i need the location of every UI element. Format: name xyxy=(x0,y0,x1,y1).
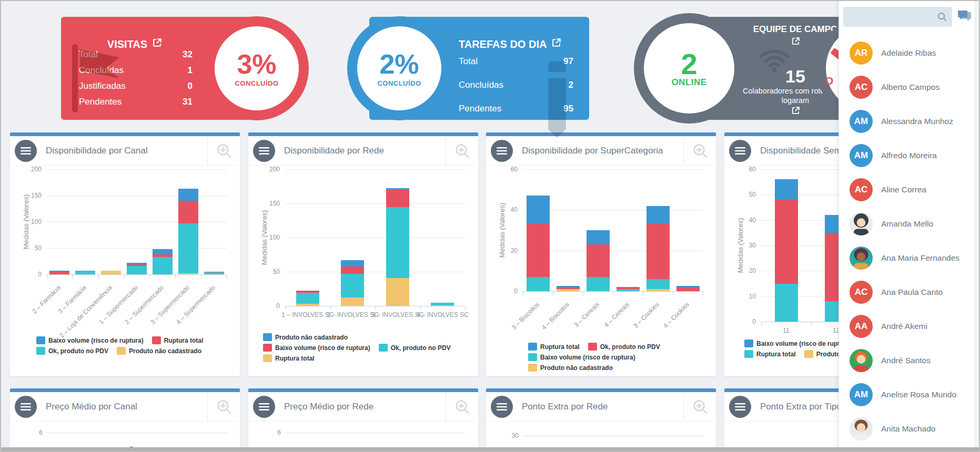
legend-label: Produto não cadastrado xyxy=(275,334,348,341)
chart-zoom-button[interactable] xyxy=(683,136,716,165)
chart-menu-button hamburger-icon[interactable] xyxy=(253,140,275,162)
chart-zoom-button[interactable] xyxy=(207,392,240,421)
chart-zoom-button[interactable] xyxy=(446,392,478,421)
chart-menu-button hamburger-icon[interactable] xyxy=(729,396,751,418)
contact-row[interactable]: AAAndré Akemi xyxy=(839,309,975,343)
search-icon[interactable] xyxy=(936,11,948,25)
equipe-link-bottom[interactable] xyxy=(743,106,848,117)
contact-row[interactable]: Anita Machado xyxy=(839,412,975,446)
chat-icon[interactable] xyxy=(957,11,972,23)
chart-zoom-button[interactable] xyxy=(446,136,478,165)
tarefas-percent-caption: CONCLUÍDO xyxy=(377,80,421,87)
tarefas-title-row: TAREFAS DO DIA xyxy=(459,38,580,50)
chart-menu-button hamburger-icon[interactable] xyxy=(15,396,37,418)
contact-name: Ana Maria Fernandes xyxy=(881,253,959,263)
contact-row[interactable]: Ana Maria Fernandes xyxy=(839,241,975,275)
bar xyxy=(557,286,580,291)
external-link-icon[interactable] xyxy=(551,38,561,50)
chart-card-topbar xyxy=(10,132,240,136)
stat-row: Pendentes31 xyxy=(79,94,193,110)
legend-item[interactable]: Ruptura total xyxy=(744,350,796,358)
legend-label: Baixo volume (risco de ruptura) xyxy=(540,354,635,361)
contact-row[interactable]: ACAna Paula Canto xyxy=(839,275,975,309)
visitas-progress-ring: 3% CONCLUÍDO xyxy=(205,16,309,120)
bar-segment xyxy=(386,207,409,278)
legend-item[interactable]: Ruptura total xyxy=(528,343,580,351)
contact-row[interactable]: AMAnelise Rosa Mundo xyxy=(839,377,975,412)
chart-zoom-button[interactable] xyxy=(683,392,716,421)
bar-segment xyxy=(646,224,670,279)
legend-item[interactable]: Produto não cadastrado xyxy=(528,364,613,372)
grid-line xyxy=(285,203,465,204)
stat-row: Concluídas2 xyxy=(459,73,573,97)
axis-tick xyxy=(583,292,583,295)
chart-plot-area: 2 – Farmácia3 – Farmácia2 – Loja de Conv… xyxy=(47,169,227,274)
contacts-list: ARAdelaide RibasACAlberto CamposAMAlessa… xyxy=(839,36,975,446)
bar-segment xyxy=(587,277,610,291)
bar-segment xyxy=(296,293,319,304)
bar-segment xyxy=(527,224,550,277)
chart-card-preco-medio-rede: Preço Médio por Rede65.5 xyxy=(248,388,478,452)
chart-title: Ponto Extra por Rede xyxy=(522,402,683,412)
chart-zoom-button[interactable] xyxy=(207,136,240,165)
chart-menu-button hamburger-icon[interactable] xyxy=(491,396,513,418)
legend-item[interactable]: Produto não cadastrado xyxy=(263,333,348,341)
chart-legend: Ruptura totalOk, produto no PDVBaixo vol… xyxy=(528,343,660,372)
contact-row[interactable]: André Santos xyxy=(839,343,975,377)
axis-tick xyxy=(227,275,227,279)
legend-item[interactable]: Produto não cadastrado xyxy=(117,347,201,355)
y-tick-label: 0 xyxy=(21,271,42,278)
chart-card-header: Preço Médio por Canal xyxy=(10,392,240,422)
dashboard-screen: VISITAS Total32 Concluídas1 Justificadas… xyxy=(0,0,980,452)
legend-label: Ok, produto no PDV xyxy=(600,343,660,351)
axis-tick xyxy=(201,275,201,279)
chart-card-ponto-extra-rede: Ponto Extra por Rede30 xyxy=(486,388,716,452)
contact-row[interactable]: ACAlberto Campos xyxy=(839,70,975,104)
chart-card-header: Disponibilidade por Canal xyxy=(10,136,240,166)
x-axis-label: 4 – INVOLVES SC xyxy=(413,311,471,320)
bar-segment xyxy=(646,279,670,289)
axis-tick xyxy=(124,275,125,279)
legend-row: Produto não cadastrado xyxy=(263,333,451,341)
contact-row[interactable]: AMAlessandra Munhoz xyxy=(839,104,975,138)
y-tick-label: 10 xyxy=(735,293,756,300)
legend-item[interactable]: Ok, produto no PDV xyxy=(36,347,108,355)
y-tick-label: 20 xyxy=(497,247,518,254)
chart-menu-button hamburger-icon[interactable] xyxy=(253,396,275,418)
visitas-percent: 3% xyxy=(237,50,276,78)
chart-body: 3 – Biscoitos4 – Biscoitos3 – Cereais4 –… xyxy=(486,169,716,376)
contacts-sidebar: ARAdelaide RibasACAlberto CamposAMAlessa… xyxy=(838,1,979,452)
chart-menu-button hamburger-icon[interactable] xyxy=(729,140,751,162)
grid-line xyxy=(47,196,227,196)
chart-menu-button hamburger-icon[interactable] xyxy=(491,140,513,162)
legend-item[interactable]: Ok, produto no PDV xyxy=(379,344,451,352)
stat-row: Pendentes95 xyxy=(459,97,573,120)
chart-menu-button hamburger-icon[interactable] xyxy=(15,140,37,162)
legend-item[interactable]: Baixo volume (risco de ruptura) xyxy=(263,344,370,352)
legend-item[interactable]: Ruptura total xyxy=(263,354,315,362)
legend-item[interactable]: Baixo volume (risco de ruptura) xyxy=(744,340,852,347)
stat-value: 2 xyxy=(569,80,573,90)
y-tick-label: 100 xyxy=(259,234,280,241)
legend-item[interactable]: Ok, produto no PDV xyxy=(588,343,660,351)
legend-swatch xyxy=(152,336,161,344)
horizontal-scrollbar[interactable] xyxy=(1,447,979,451)
bar-segment xyxy=(527,277,550,291)
contact-row[interactable]: AMAlfredo Moreira xyxy=(839,138,975,172)
legend-swatch xyxy=(528,343,537,351)
search-input[interactable] xyxy=(843,7,952,27)
avatar xyxy=(850,212,873,235)
y-tick-label: 60 xyxy=(735,166,756,173)
x-axis-line xyxy=(47,274,227,275)
legend-row: Baixo volume (risco de ruptura)Ok, produ… xyxy=(263,344,451,352)
contact-row[interactable]: ARAdelaide Ribas xyxy=(839,36,975,70)
tarefas-stats: Total97 Concluídas2 Pendentes95 xyxy=(459,49,573,120)
legend-item[interactable]: Baixo volume (risco de ruptura) xyxy=(528,353,635,361)
avatar: AA xyxy=(850,315,873,338)
contact-row[interactable]: ACAline Correa xyxy=(839,172,975,207)
legend-item[interactable]: Baixo volume (risco de ruptura) xyxy=(36,336,144,344)
y-tick-label: 20 xyxy=(735,267,756,274)
sidebar-scrollbar[interactable] xyxy=(975,1,979,452)
contact-row[interactable]: Amanda Mello xyxy=(839,207,975,241)
legend-item[interactable]: Ruptura total xyxy=(152,336,204,344)
